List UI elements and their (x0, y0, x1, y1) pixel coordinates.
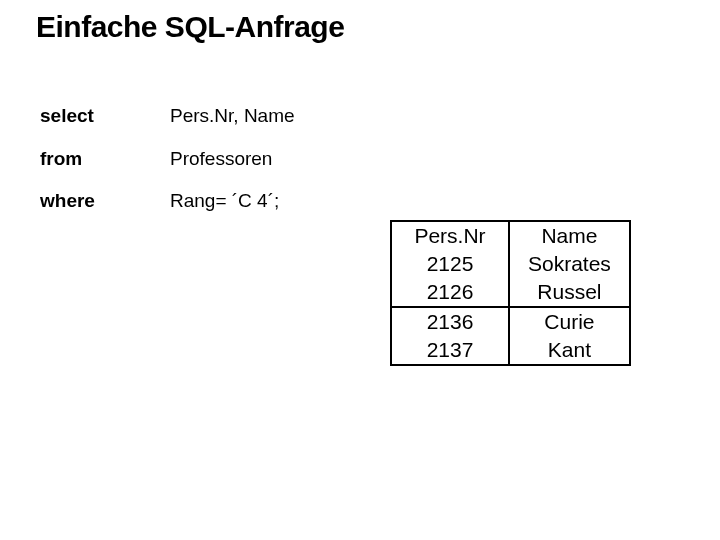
sql-value: Pers.Nr, Name (170, 104, 295, 129)
sql-keyword: from (40, 147, 170, 172)
table-cell: Curie (509, 307, 630, 336)
table-header: Pers.Nr Name (391, 221, 630, 250)
table-cell: 2136 (391, 307, 509, 336)
table-cell: Russel (509, 278, 630, 307)
table-row: 2136 Curie (391, 307, 630, 336)
sql-block: select Pers.Nr, Name from Professoren wh… (40, 104, 295, 232)
result-table: Pers.Nr Name 2125 Sokrates 2126 Russel 2… (390, 220, 631, 366)
table-header-cell: Pers.Nr (391, 221, 509, 250)
sql-row-from: from Professoren (40, 147, 295, 172)
table-cell: Kant (509, 336, 630, 365)
table-row: 2125 Sokrates (391, 250, 630, 278)
sql-keyword: where (40, 189, 170, 214)
sql-row-where: where Rang= ´C 4´; (40, 189, 295, 214)
table-row: 2137 Kant (391, 336, 630, 365)
sql-value: Professoren (170, 147, 272, 172)
sql-row-select: select Pers.Nr, Name (40, 104, 295, 129)
slide-title: Einfache SQL-Anfrage (36, 10, 344, 44)
table-row: 2126 Russel (391, 278, 630, 307)
table-cell: 2126 (391, 278, 509, 307)
sql-value: Rang= ´C 4´; (170, 189, 279, 214)
table-cell: 2125 (391, 250, 509, 278)
table-header-cell: Name (509, 221, 630, 250)
sql-keyword: select (40, 104, 170, 129)
table-cell: Sokrates (509, 250, 630, 278)
table-cell: 2137 (391, 336, 509, 365)
